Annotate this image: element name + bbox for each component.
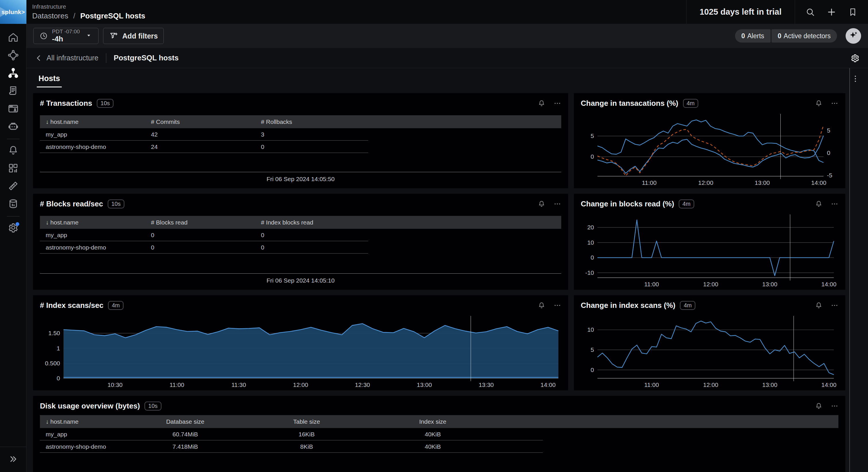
svg-text:1.50: 1.50	[48, 330, 60, 336]
column-header[interactable]: ↓ host.name	[46, 219, 79, 226]
panel-menu-icon[interactable]	[831, 99, 838, 107]
svg-text:10: 10	[587, 239, 594, 246]
tab-row-menu-icon[interactable]	[851, 74, 860, 83]
sidebar-item-apm[interactable]	[7, 49, 20, 62]
sidebar-item-settings[interactable]	[7, 222, 20, 235]
bell-icon	[7, 145, 19, 157]
column-header[interactable]: Table size	[293, 418, 320, 425]
panel-menu-icon[interactable]	[831, 402, 838, 410]
svg-text:13:00: 13:00	[762, 281, 777, 288]
column-header[interactable]: ↓ host.name	[46, 118, 79, 125]
panel-menu-icon[interactable]	[554, 200, 561, 208]
panel-header: Disk usage overview (bytes) 10s	[33, 396, 845, 411]
panel-alert-bell-icon[interactable]	[815, 402, 823, 410]
alerts-badge[interactable]: 0 Alerts	[735, 29, 771, 42]
change-in-transactions-chart[interactable]: 5050-511:0012:0013:0014:00	[581, 114, 838, 186]
panel-alert-bell-icon[interactable]	[815, 301, 823, 309]
create-plus-icon[interactable]	[827, 7, 836, 17]
header-breadcrumb-block: Infrastructure Datastores / PostgreSQL h…	[26, 3, 145, 21]
column-header[interactable]: Index size	[419, 418, 446, 425]
svg-text:0.500: 0.500	[45, 360, 60, 366]
column-header[interactable]: Database size	[166, 418, 204, 425]
column-header[interactable]: # Commits	[151, 118, 180, 125]
dashboard-settings-gear-icon[interactable]	[850, 53, 860, 63]
splunk-logo-text: splunk>	[1, 9, 25, 16]
infrastructure-icon	[7, 67, 19, 80]
add-filters-label: Add filters	[122, 32, 158, 40]
sidebar-item-data-management[interactable]	[7, 198, 20, 211]
transactions-table: ↓ host.name# Commits# Rollbacksmy_app423…	[40, 115, 561, 153]
sidebar: splunk>	[0, 0, 26, 472]
ai-assistant-button[interactable]	[846, 28, 861, 44]
splunk-logo[interactable]: splunk>	[0, 0, 26, 24]
vertical-scrollbar[interactable]	[849, 68, 850, 472]
panel-actions	[538, 301, 561, 309]
sidebar-item-home[interactable]	[7, 31, 20, 45]
sidebar-item-automation[interactable]	[7, 120, 20, 134]
bookmark-icon[interactable]	[848, 7, 858, 17]
value-cell: 0	[261, 244, 265, 251]
panel-alert-bell-icon[interactable]	[538, 200, 546, 208]
panel-title: # Transactions	[40, 99, 92, 108]
sidebar-item-alerts[interactable]	[7, 144, 20, 157]
panel-alert-bell-icon[interactable]	[538, 99, 546, 107]
chevrons-right-icon	[8, 454, 19, 465]
panel-actions	[815, 301, 838, 309]
svg-text:10: 10	[587, 326, 594, 333]
table-timestamp: Fri 06 Sep 2024 14:05:10	[33, 277, 568, 284]
tab-hosts[interactable]: Hosts	[37, 70, 62, 87]
table-row[interactable]: my_app423	[40, 128, 561, 141]
table-row[interactable]: astronomy-shop-demo00	[40, 241, 561, 254]
row-separator	[40, 253, 368, 254]
search-icon[interactable]	[805, 7, 815, 17]
column-header[interactable]: # Index blocks read	[261, 219, 313, 226]
host-name-cell: astronomy-shop-demo	[46, 143, 106, 150]
chevron-left-icon[interactable]	[34, 54, 43, 62]
add-filters-button[interactable]: Add filters	[103, 28, 164, 44]
panel-alert-bell-icon[interactable]	[815, 99, 823, 107]
sidebar-item-synthetics[interactable]	[7, 102, 20, 116]
panel-actions	[538, 99, 561, 107]
svg-text:11:00: 11:00	[644, 281, 659, 288]
table-row[interactable]: my_app60.74MiB16KiB40KiB	[40, 428, 838, 440]
breadcrumb: Datastores / PostgreSQL hosts	[32, 11, 145, 21]
panel-actions	[815, 200, 838, 208]
time-range-value: -4h	[52, 35, 80, 43]
column-header[interactable]: # Blocks read	[151, 219, 188, 226]
panel-menu-icon[interactable]	[554, 99, 561, 107]
table-row[interactable]: astronomy-shop-demo7.418MiB8KiB40KiB	[40, 440, 838, 453]
value-cell: 40KiB	[425, 443, 441, 450]
active-detectors-badge[interactable]: 0 Active detectors	[772, 29, 837, 42]
panel-menu-icon[interactable]	[554, 301, 561, 309]
sidebar-item-infrastructure[interactable]	[7, 67, 20, 80]
host-name-cell: my_app	[46, 131, 67, 138]
panel-menu-icon[interactable]	[831, 301, 838, 309]
sidebar-expand-button[interactable]	[0, 447, 26, 472]
back-to-all-infrastructure-link[interactable]: All infrastructure	[46, 54, 98, 62]
svg-text:14:00: 14:00	[822, 381, 837, 388]
table-baseline	[40, 273, 561, 274]
sidebar-item-metrics[interactable]	[7, 180, 20, 193]
resolution-badge: 4m	[679, 200, 694, 208]
column-header[interactable]: ↓ host.name	[46, 418, 79, 425]
column-header[interactable]: # Rollbacks	[261, 118, 292, 125]
sidebar-item-dashboards[interactable]	[7, 162, 20, 175]
resolution-badge: 10s	[108, 200, 124, 208]
panel-header: Change in index scans (%) 4m	[574, 295, 845, 310]
notification-dot	[16, 222, 19, 226]
top-header: Infrastructure Datastores / PostgreSQL h…	[26, 0, 868, 24]
table-row[interactable]: my_app00	[40, 229, 561, 241]
panel-title: Change in blocks read (%)	[581, 200, 674, 208]
sidebar-item-log-observer[interactable]	[7, 85, 20, 98]
panel-header: # Blocks read/sec 10s	[33, 194, 568, 208]
table-row[interactable]: astronomy-shop-demo240	[40, 141, 561, 153]
time-range-picker[interactable]: PDT -07:00 -4h	[33, 28, 98, 44]
panel-alert-bell-icon[interactable]	[538, 301, 546, 309]
index-scans-chart[interactable]: 1.5010.500010:3011:0011:3012:0012:3013:0…	[40, 316, 561, 389]
change-in-index-scans-chart[interactable]: 105011:0012:0013:0014:00	[581, 316, 838, 389]
panel-alert-bell-icon[interactable]	[815, 200, 823, 208]
change-in-blocks-read-chart[interactable]: 20100-1011:0012:0013:0014:00	[581, 214, 838, 288]
breadcrumb-parent[interactable]: Datastores	[32, 11, 68, 20]
header-icons	[795, 7, 868, 17]
panel-menu-icon[interactable]	[831, 200, 838, 208]
